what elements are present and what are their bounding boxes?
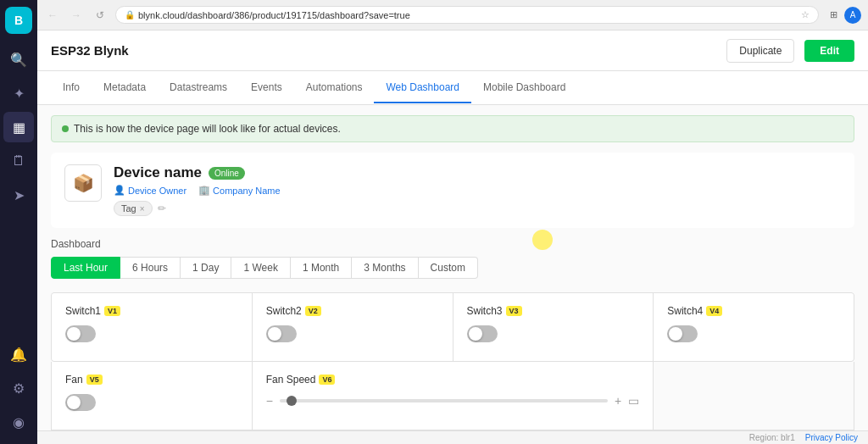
tab-info[interactable]: Info bbox=[51, 73, 92, 103]
sidebar-icon-bell[interactable]: 🔔 bbox=[3, 339, 34, 369]
slider-minus-button[interactable]: − bbox=[266, 394, 273, 408]
page-content: This is how the device page will look li… bbox=[37, 105, 868, 430]
device-name: Device name bbox=[114, 164, 202, 181]
sidebar-icon-nav[interactable]: ◉ bbox=[3, 407, 34, 437]
device-info: Device name Online 👤 Device Owner 🏢 Comp… bbox=[114, 164, 841, 216]
widget-switch4: Switch4 V4 bbox=[654, 293, 854, 361]
profile-icon[interactable]: A bbox=[844, 7, 861, 24]
time-btn-custom[interactable]: Custom bbox=[419, 257, 478, 279]
lock-icon: 🔒 bbox=[125, 10, 135, 19]
switch1-toggle[interactable] bbox=[65, 325, 96, 342]
fan-speed-label: Fan Speed V6 bbox=[266, 374, 640, 386]
tag-label: Tag bbox=[121, 203, 136, 214]
sidebar: B 🔍 ✦ ▦ 🗒 ➤ 🔔 ⚙ ◉ bbox=[0, 0, 37, 444]
widget-row-1: Switch1 V1 Switch2 V2 Switch3 V3 bbox=[51, 292, 854, 362]
region-text: Region: blr1 bbox=[749, 433, 795, 442]
device-tags: Tag × ✏ bbox=[114, 201, 841, 216]
nav-tabs: Info Metadata Datastreams Events Automat… bbox=[37, 71, 868, 105]
fan-speed-vpin: V6 bbox=[319, 375, 335, 385]
device-owner-link[interactable]: 👤 Device Owner bbox=[114, 185, 186, 196]
company-link[interactable]: 🏢 Company Name bbox=[198, 185, 280, 196]
time-btn-1-day[interactable]: 1 Day bbox=[181, 257, 231, 279]
sidebar-icon-devices[interactable]: ✦ bbox=[3, 78, 34, 108]
star-icon[interactable]: ☆ bbox=[801, 9, 810, 20]
switch3-label: Switch3 V3 bbox=[467, 305, 640, 317]
sidebar-icon-search[interactable]: 🔍 bbox=[3, 44, 34, 75]
reload-button[interactable]: ↺ bbox=[92, 7, 108, 24]
main-wrapper: ← → ↺ 🔒 blynk.cloud/dashboard/386/produc… bbox=[37, 0, 868, 444]
slider-icon: ▭ bbox=[628, 394, 639, 408]
edit-button[interactable]: Edit bbox=[804, 40, 854, 62]
info-banner: This is how the device page will look li… bbox=[51, 115, 854, 142]
widget-switch3: Switch3 V3 bbox=[453, 293, 654, 361]
forward-button[interactable]: → bbox=[68, 7, 85, 24]
dashboard-section: Dashboard Last Hour 6 Hours 1 Day 1 Week… bbox=[51, 238, 854, 430]
url-text: blynk.cloud/dashboard/386/product/191715… bbox=[138, 10, 410, 20]
extensions-icon[interactable]: ⊞ bbox=[826, 8, 841, 23]
widget-switch2: Switch2 V2 bbox=[253, 293, 453, 361]
info-banner-text: This is how the device page will look li… bbox=[74, 123, 341, 135]
sidebar-icon-reports[interactable]: 🗒 bbox=[3, 146, 34, 176]
tab-mobile-dashboard[interactable]: Mobile Dashboard bbox=[471, 73, 577, 103]
widget-empty bbox=[654, 362, 854, 430]
fan-vpin: V5 bbox=[86, 375, 103, 385]
switch2-label: Switch2 V2 bbox=[266, 305, 439, 317]
fan-label: Fan V5 bbox=[65, 374, 238, 386]
time-btn-3-months[interactable]: 3 Months bbox=[352, 257, 418, 279]
duplicate-button[interactable]: Duplicate bbox=[726, 39, 794, 63]
slider-thumb[interactable] bbox=[287, 396, 297, 406]
app-header: ESP32 Blynk Duplicate Edit bbox=[37, 31, 868, 71]
address-bar[interactable]: 🔒 blynk.cloud/dashboard/386/product/1917… bbox=[115, 6, 819, 24]
browser-actions: ⊞ A bbox=[826, 7, 861, 24]
slider-track[interactable] bbox=[280, 399, 608, 402]
switch3-vpin: V3 bbox=[506, 306, 522, 316]
privacy-link[interactable]: Privacy Policy bbox=[805, 433, 858, 442]
app-logo[interactable]: B bbox=[5, 7, 32, 34]
tab-datastreams[interactable]: Datastreams bbox=[158, 73, 239, 103]
widget-row-2: Fan V5 Fan Speed V6 − + bbox=[51, 362, 854, 430]
time-btn-last-hour[interactable]: Last Hour bbox=[51, 257, 120, 279]
app-title: ESP32 Blynk bbox=[51, 43, 129, 58]
user-icon: 👤 bbox=[114, 185, 125, 196]
switch2-toggle[interactable] bbox=[266, 325, 297, 342]
tag-item[interactable]: Tag × bbox=[114, 201, 153, 216]
sidebar-icon-settings[interactable]: ⚙ bbox=[3, 373, 34, 403]
widget-switch1: Switch1 V1 bbox=[52, 293, 252, 361]
sidebar-icon-grid[interactable]: ▦ bbox=[3, 112, 34, 142]
time-btn-1-week[interactable]: 1 Week bbox=[231, 257, 290, 279]
tab-metadata[interactable]: Metadata bbox=[92, 73, 158, 103]
switch1-label: Switch1 V1 bbox=[65, 305, 238, 317]
device-icon: 📦 bbox=[64, 164, 102, 202]
tab-events[interactable]: Events bbox=[239, 73, 294, 103]
widget-fan-speed: Fan Speed V6 − + ▭ bbox=[253, 362, 654, 430]
tab-web-dashboard[interactable]: Web Dashboard bbox=[374, 73, 471, 103]
tag-edit-icon[interactable]: ✏ bbox=[158, 203, 166, 214]
time-btn-6-hours[interactable]: 6 Hours bbox=[120, 257, 181, 279]
time-range-bar: Last Hour 6 Hours 1 Day 1 Week 1 Month 3… bbox=[51, 257, 854, 279]
switch1-vpin: V1 bbox=[104, 306, 120, 316]
browser-chrome: ← → ↺ 🔒 blynk.cloud/dashboard/386/produc… bbox=[37, 0, 868, 31]
switch3-toggle[interactable] bbox=[467, 325, 498, 342]
device-meta: 👤 Device Owner 🏢 Company Name bbox=[114, 185, 841, 196]
slider-area: − + ▭ bbox=[266, 394, 640, 408]
time-btn-1-month[interactable]: 1 Month bbox=[291, 257, 352, 279]
sidebar-icon-send[interactable]: ➤ bbox=[3, 180, 34, 210]
building-icon: 🏢 bbox=[198, 185, 210, 196]
info-dot-icon bbox=[62, 125, 69, 132]
widget-fan: Fan V5 bbox=[52, 362, 252, 430]
status-bar: Region: blr1 Privacy Policy bbox=[37, 430, 868, 444]
back-button[interactable]: ← bbox=[44, 7, 61, 24]
device-section: 📦 Device name Online 👤 Device Owner 🏢 bbox=[51, 153, 854, 228]
tag-close-icon[interactable]: × bbox=[140, 204, 145, 214]
switch4-vpin: V4 bbox=[706, 306, 722, 316]
switch4-label: Switch4 V4 bbox=[667, 305, 840, 317]
device-name-row: Device name Online bbox=[114, 164, 841, 181]
switch4-toggle[interactable] bbox=[667, 325, 698, 342]
online-badge: Online bbox=[209, 167, 245, 180]
switch2-vpin: V2 bbox=[305, 306, 321, 316]
dashboard-label: Dashboard bbox=[51, 238, 854, 250]
fan-toggle[interactable] bbox=[65, 394, 96, 411]
slider-plus-button[interactable]: + bbox=[615, 394, 621, 408]
tab-automations[interactable]: Automations bbox=[294, 73, 375, 103]
device-header: 📦 Device name Online 👤 Device Owner 🏢 bbox=[64, 164, 841, 216]
